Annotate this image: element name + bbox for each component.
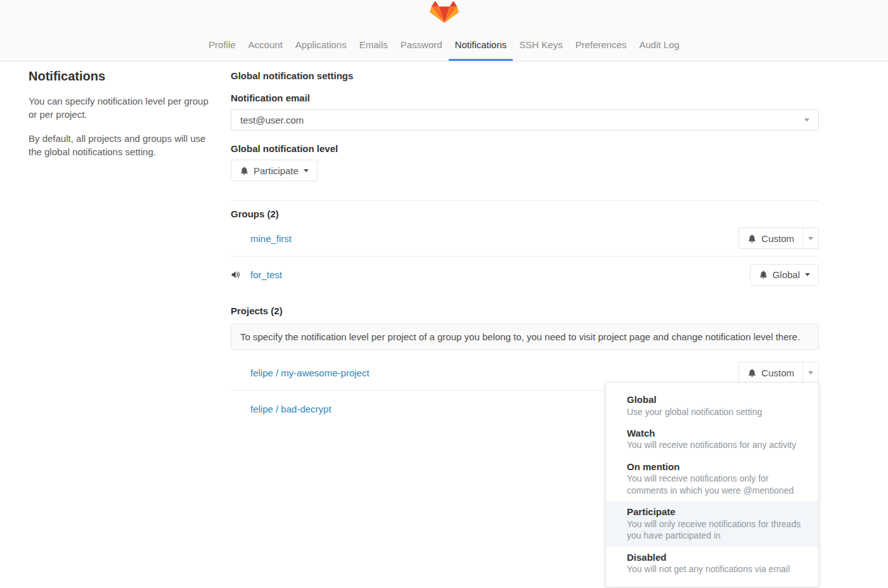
project-level-caret-button[interactable] xyxy=(803,362,819,383)
group-row: mine_first Custom xyxy=(231,220,819,257)
tab-applications[interactable]: Applications xyxy=(295,39,347,61)
notification-email-select[interactable]: test@user.com xyxy=(231,109,819,131)
caret-down-icon xyxy=(808,371,813,374)
option-description: You will receive notifications for any a… xyxy=(627,439,806,451)
project-level-label: Custom xyxy=(761,368,794,378)
project-link-bad-decrypt[interactable]: felipe / bad-decrypt xyxy=(250,404,331,414)
group-link-mine-first[interactable]: mine_first xyxy=(250,233,292,244)
projects-title: Projects (2) xyxy=(231,305,819,316)
notification-settings-main: Global notification settings Notificatio… xyxy=(231,69,819,427)
global-level-button[interactable]: Participate xyxy=(231,160,318,181)
tab-account[interactable]: Account xyxy=(248,39,283,61)
caret-down-icon xyxy=(805,273,810,276)
bell-icon xyxy=(240,166,249,176)
group-level-button-mine-first[interactable]: Custom xyxy=(738,227,803,249)
logo-container xyxy=(0,1,888,29)
profile-settings-header: Profile Account Applications Emails Pass… xyxy=(0,0,888,61)
option-title: Participate xyxy=(627,506,806,518)
tab-ssh-keys[interactable]: SSH Keys xyxy=(518,39,563,61)
option-title: On mention xyxy=(627,461,806,473)
caret-down-icon xyxy=(808,237,813,240)
notification-email-label: Notification email xyxy=(231,93,819,103)
groups-list: mine_first Custom xyxy=(231,220,819,293)
bell-icon xyxy=(747,368,757,378)
caret-down-icon xyxy=(304,169,309,172)
tab-password[interactable]: Password xyxy=(400,39,443,61)
tab-profile[interactable]: Profile xyxy=(208,39,236,61)
select-caret-down-icon xyxy=(804,118,809,122)
menu-option-global[interactable]: Global Use your global notification sett… xyxy=(606,389,818,423)
tab-notifications[interactable]: Notifications xyxy=(449,39,513,61)
projects-notice: To specify the notification level per pr… xyxy=(231,324,819,350)
menu-option-disabled[interactable]: Disabled You will not get any notificati… xyxy=(606,547,818,580)
group-level-caret-button[interactable] xyxy=(803,227,819,249)
option-title: Disabled xyxy=(627,551,806,564)
notification-email-value: test@user.com xyxy=(240,115,304,125)
bell-icon xyxy=(747,234,757,243)
group-level-button-for-test[interactable]: Global xyxy=(750,264,819,286)
option-title: Global xyxy=(627,393,806,406)
notification-level-menu: Global Use your global notification sett… xyxy=(605,382,819,587)
group-level-label: Global xyxy=(773,269,800,280)
option-description: You will only receive notifications for … xyxy=(627,518,806,542)
gitlab-logo-icon xyxy=(430,1,459,29)
group-level-split-button: Custom xyxy=(738,227,819,249)
project-level-split-button: Custom xyxy=(738,362,819,383)
menu-option-on-mention[interactable]: On mention You will receive notification… xyxy=(606,456,818,501)
option-description: Use your global notification setting xyxy=(627,406,806,418)
group-icon-cell xyxy=(231,269,250,280)
menu-option-watch[interactable]: Watch You will receive notifications for… xyxy=(606,423,818,456)
tab-audit-log[interactable]: Audit Log xyxy=(639,39,680,61)
option-title: Watch xyxy=(627,427,806,440)
sidebar-description-1: You can specify notification level per g… xyxy=(29,94,219,122)
tab-emails[interactable]: Emails xyxy=(359,39,389,61)
section-divider xyxy=(231,200,819,201)
profile-nav-tabs: Profile Account Applications Emails Pass… xyxy=(0,39,888,61)
project-link-my-awesome-project[interactable]: felipe / my-awesome-project xyxy=(250,368,370,378)
project-level-button-my-awesome-project[interactable]: Custom xyxy=(738,362,803,383)
menu-option-participate[interactable]: Participate You will only receive notifi… xyxy=(606,501,818,546)
group-row: for_test Global xyxy=(231,257,819,293)
groups-title: Groups (2) xyxy=(231,208,819,219)
global-settings-title: Global notification settings xyxy=(231,70,819,81)
option-description: You will receive notifications only for … xyxy=(627,473,806,496)
page-title: Notifications xyxy=(29,69,219,84)
volume-up-icon xyxy=(231,269,241,280)
page-content: Notifications You can specify notificati… xyxy=(0,61,888,427)
global-notification-level-label: Global notification level xyxy=(231,143,819,154)
tab-preferences[interactable]: Preferences xyxy=(575,39,627,61)
bell-icon xyxy=(759,270,768,279)
global-level-button-label: Participate xyxy=(254,165,299,176)
group-level-label: Custom xyxy=(761,233,794,244)
notifications-sidebar: Notifications You can specify notificati… xyxy=(29,69,219,427)
sidebar-description-2: By default, all projects and groups will… xyxy=(29,132,219,159)
option-description: You will not get any notifications via e… xyxy=(627,563,806,575)
group-link-for-test[interactable]: for_test xyxy=(250,269,282,280)
